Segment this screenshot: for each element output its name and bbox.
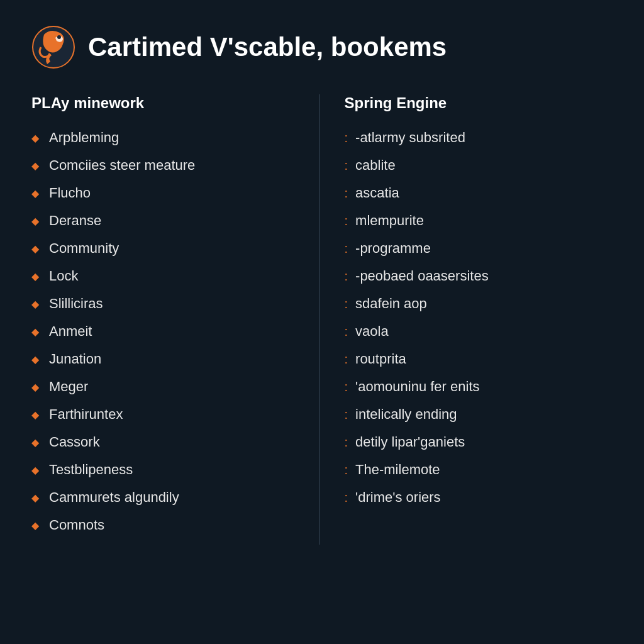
page: Cartimed V'scable, bookems PLAy minework… (0, 0, 644, 644)
list-item: :'drime's oriers (345, 489, 613, 506)
diamond-icon: ◆ (31, 132, 39, 144)
diamond-icon: ◆ (31, 353, 39, 365)
right-column: Spring Engine :-atlarmy subsrited:cablit… (319, 94, 613, 545)
list-item-text: The-milemote (355, 462, 440, 478)
list-item-text: Flucho (49, 185, 91, 201)
right-column-header: Spring Engine (345, 94, 613, 112)
diamond-icon: ◆ (31, 270, 39, 282)
list-item-text: -peobaed oaasersites (355, 268, 489, 284)
list-item: :-peobaed oaasersites (345, 268, 613, 284)
list-item: ◆Cassork (31, 434, 300, 450)
list-item-text: Junation (49, 351, 101, 367)
colon-marker: : (345, 491, 348, 505)
colon-marker: : (345, 380, 348, 394)
diamond-icon: ◆ (31, 436, 39, 448)
list-item: ◆Junation (31, 351, 300, 367)
list-item: :ascatia (345, 185, 613, 201)
list-item-text: -atlarmy subsrited (355, 130, 465, 146)
colon-marker: : (345, 463, 348, 477)
list-item-text: Comnots (49, 517, 104, 533)
list-item-text: Cammurets algundily (49, 489, 179, 506)
list-item-text: Deranse (49, 213, 101, 229)
list-item: :intelically ending (345, 406, 613, 423)
list-item-text: Farthiruntex (49, 406, 123, 423)
list-item-text: sdafein aop (355, 296, 427, 312)
list-item: ◆Testblipeness (31, 462, 300, 478)
list-item-text: 'drime's oriers (355, 489, 441, 506)
diamond-icon: ◆ (31, 492, 39, 504)
list-item: :routprita (345, 351, 613, 367)
list-item-text: Comciies steer meature (49, 157, 195, 174)
list-item: ◆Comciies steer meature (31, 157, 300, 174)
left-list: ◆Arpbleming◆Comciies steer meature◆Fluch… (31, 130, 300, 533)
list-item: ◆Flucho (31, 185, 300, 201)
diamond-icon: ◆ (31, 519, 39, 531)
list-item: :'aomouninu fer enits (345, 379, 613, 395)
page-title: Cartimed V'scable, bookems (88, 33, 447, 62)
list-item-text: Lock (49, 268, 78, 284)
list-item: :-atlarmy subsrited (345, 130, 613, 146)
diamond-icon: ◆ (31, 160, 39, 172)
list-item-text: mlempurite (355, 213, 424, 229)
list-item-text: ascatia (355, 185, 399, 201)
list-item: ◆Anmeit (31, 323, 300, 340)
colon-marker: : (345, 242, 348, 256)
colon-marker: : (345, 352, 348, 367)
list-item: :sdafein aop (345, 296, 613, 312)
colon-marker: : (345, 214, 348, 228)
list-item: ◆Comnots (31, 517, 300, 533)
list-item: ◆Lock (31, 268, 300, 284)
logo-icon (31, 25, 75, 69)
list-item-text: Arpbleming (49, 130, 119, 146)
header: Cartimed V'scable, bookems (31, 25, 613, 69)
list-item: :vaola (345, 323, 613, 340)
colon-marker: : (345, 186, 348, 201)
right-list: :-atlarmy subsrited:cablite:ascatia:mlem… (345, 130, 613, 506)
list-item: ◆Slilliciras (31, 296, 300, 312)
list-item-text: -programme (355, 240, 431, 257)
left-column-header: PLAy minework (31, 94, 300, 112)
list-item-text: Anmeit (49, 323, 92, 340)
colon-marker: : (345, 435, 348, 450)
list-item-text: 'aomouninu fer enits (355, 379, 479, 395)
diamond-icon: ◆ (31, 215, 39, 227)
list-item: ◆Deranse (31, 213, 300, 229)
list-item-text: intelically ending (355, 406, 457, 423)
diamond-icon: ◆ (31, 298, 39, 310)
diamond-icon: ◆ (31, 409, 39, 421)
list-item-text: detily lipar'ganiets (355, 434, 465, 450)
colon-marker: : (345, 131, 348, 145)
colon-marker: : (345, 297, 348, 311)
list-item: ◆Meger (31, 379, 300, 395)
list-item: :-programme (345, 240, 613, 257)
list-item: ◆Community (31, 240, 300, 257)
list-item-text: cablite (355, 157, 396, 174)
list-item-text: Cassork (49, 434, 100, 450)
colon-marker: : (345, 158, 348, 173)
list-item-text: Testblipeness (49, 462, 133, 478)
diamond-icon: ◆ (31, 464, 39, 476)
list-item: ◆Farthiruntex (31, 406, 300, 423)
svg-point-1 (57, 35, 61, 39)
colon-marker: : (345, 408, 348, 422)
list-item: ◆Arpbleming (31, 130, 300, 146)
list-item-text: routprita (355, 351, 406, 367)
list-item-text: vaola (355, 323, 389, 340)
list-item: ◆Cammurets algundily (31, 489, 300, 506)
list-item-text: Meger (49, 379, 88, 395)
list-item-text: Community (49, 240, 119, 257)
left-column: PLAy minework ◆Arpbleming◆Comciies steer… (31, 94, 319, 545)
list-item: :The-milemote (345, 462, 613, 478)
content-columns: PLAy minework ◆Arpbleming◆Comciies steer… (31, 94, 613, 545)
list-item: :mlempurite (345, 213, 613, 229)
diamond-icon: ◆ (31, 326, 39, 338)
diamond-icon: ◆ (31, 243, 39, 255)
colon-marker: : (345, 269, 348, 284)
colon-marker: : (345, 325, 348, 339)
list-item-text: Slilliciras (49, 296, 103, 312)
diamond-icon: ◆ (31, 187, 39, 199)
list-item: :detily lipar'ganiets (345, 434, 613, 450)
diamond-icon: ◆ (31, 381, 39, 393)
list-item: :cablite (345, 157, 613, 174)
